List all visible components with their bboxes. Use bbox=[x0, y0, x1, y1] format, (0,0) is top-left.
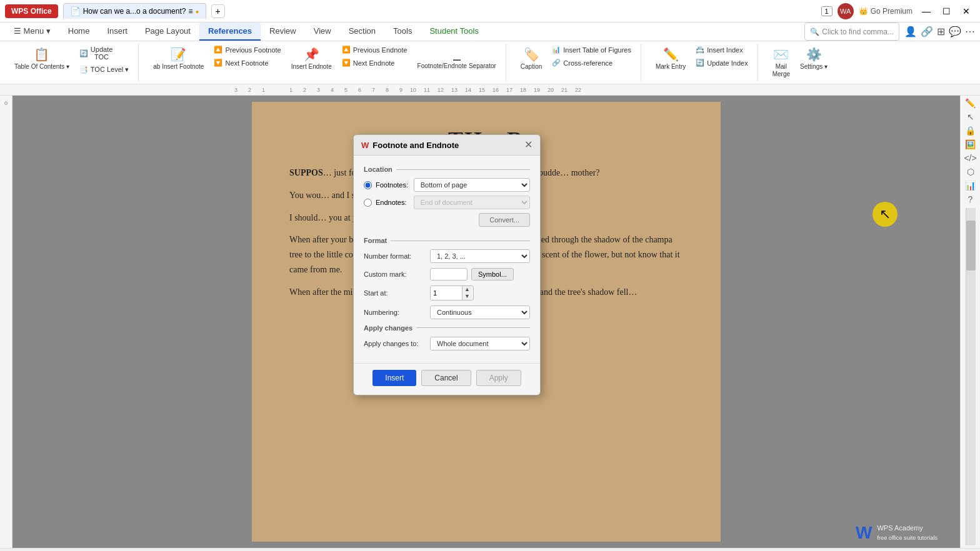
wps-academy-badge: W WPS Academyfree office suite tutorials bbox=[856, 523, 938, 543]
start-at-spinbox: 1 ▲ ▼ bbox=[430, 285, 474, 300]
tab-view[interactable]: View bbox=[305, 22, 340, 41]
more-icon-btn[interactable]: ⋯ bbox=[965, 26, 975, 37]
cross-reference-button[interactable]: 🔗 Cross-reference bbox=[548, 57, 636, 69]
minimize-button[interactable]: — bbox=[918, 4, 935, 19]
vertical-scrollbar[interactable] bbox=[966, 208, 976, 545]
mark-entry-button[interactable]: ✏️ Mark Entry bbox=[651, 44, 690, 81]
sidebar-chart-button[interactable]: 📊 bbox=[965, 181, 976, 191]
previous-footnote-button[interactable]: 🔼 Previous Footnote bbox=[209, 44, 285, 56]
apply-changes-to-control: Whole document This section bbox=[430, 337, 530, 350]
dialog-title-icon: W bbox=[361, 141, 369, 150]
search-box[interactable]: 🔍 Click to find comma... bbox=[804, 22, 899, 41]
insert-button[interactable]: Insert bbox=[372, 370, 416, 386]
mark-entry-label: Mark Entry bbox=[656, 63, 686, 71]
sidebar-lock-button[interactable]: 🔒 bbox=[965, 126, 976, 136]
wps-logo-button[interactable]: WPS Office bbox=[5, 4, 58, 18]
share-icon-btn[interactable]: 🔗 bbox=[921, 26, 933, 37]
caption-button[interactable]: 🏷️ Caption bbox=[516, 44, 546, 81]
insert-index-button[interactable]: 📇 Insert Index bbox=[691, 44, 752, 56]
start-at-label: Start at: bbox=[364, 289, 426, 297]
sidebar-question-button[interactable]: ? bbox=[968, 194, 973, 204]
tab-references[interactable]: References bbox=[199, 22, 261, 41]
next-footnote-button[interactable]: 🔽 Next Footnote bbox=[209, 57, 285, 69]
table-of-contents-button[interactable]: 📋 Table Of Contents ▾ bbox=[10, 44, 74, 81]
symbol-button[interactable]: Symbol... bbox=[471, 268, 514, 280]
toc-icon: 📋 bbox=[34, 47, 49, 62]
footnote-nav-vstack: 🔼 Previous Footnote 🔽 Next Footnote bbox=[209, 44, 285, 69]
number-format-select[interactable]: 1, 2, 3, ... a, b, c, ... A, B, C, ... i… bbox=[430, 249, 530, 263]
spinbox-up[interactable]: ▲ bbox=[462, 286, 472, 293]
right-sidebar: ✏️ ↖ 🔒 🖼️ </> ⬡ 📊 ? bbox=[960, 96, 980, 548]
wps-academy-text: WPS Academyfree office suite tutorials bbox=[877, 524, 938, 542]
mark-entry-icon: ✏️ bbox=[663, 47, 679, 62]
custom-mark-row: Custom mark: Symbol... bbox=[364, 268, 530, 280]
footnote-position-select[interactable]: Bottom of page Below text bbox=[414, 178, 530, 192]
tab-home[interactable]: Home bbox=[59, 22, 99, 41]
start-at-input[interactable]: 1 bbox=[431, 286, 462, 300]
mail-merge-label: MailMerge bbox=[772, 63, 790, 78]
ruler: 3 2 1 1 2 3 4 5 6 7 8 9 10 11 12 13 14 1… bbox=[0, 84, 980, 96]
apply-changes-to-select[interactable]: Whole document This section bbox=[430, 337, 530, 350]
spinbox-arrows: ▲ ▼ bbox=[462, 286, 472, 300]
numbering-label: Numbering: bbox=[364, 309, 426, 316]
dialog-title-text: Footnote and Endnote bbox=[372, 141, 521, 150]
toc-label: Table Of Contents ▾ bbox=[14, 63, 69, 71]
document-tab[interactable]: 📄 How can we a...o a document? ≡ ● bbox=[63, 3, 206, 19]
previous-endnote-button[interactable]: 🔼 Previous Endnote bbox=[338, 44, 412, 56]
cancel-button[interactable]: Cancel bbox=[421, 370, 471, 386]
location-section-label: Location bbox=[364, 166, 530, 173]
tab-insert[interactable]: Insert bbox=[98, 22, 136, 41]
add-tab-button[interactable]: + bbox=[211, 4, 225, 18]
dialog-close-button[interactable]: ✕ bbox=[524, 140, 532, 150]
tab-menu[interactable]: ☰ Menu ▾ bbox=[5, 22, 59, 41]
insert-endnote-button[interactable]: 📌 Insert Endnote bbox=[287, 44, 336, 81]
insert-index-icon: 📇 bbox=[696, 46, 704, 54]
layout-icon-btn[interactable]: ⊞ bbox=[937, 26, 945, 37]
maximize-button[interactable]: ☐ bbox=[938, 4, 955, 19]
settings-button[interactable]: ⚙️ Settings ▾ bbox=[796, 44, 832, 81]
close-button[interactable]: ✕ bbox=[958, 4, 975, 19]
numbering-select[interactable]: Continuous Restart each section Restart … bbox=[430, 305, 530, 319]
update-index-button[interactable]: 🔄 Update Index bbox=[691, 57, 752, 69]
endnotes-radio[interactable] bbox=[364, 199, 372, 207]
user-icon-btn[interactable]: 👤 bbox=[904, 26, 917, 37]
format-section-label: Format bbox=[364, 237, 530, 244]
tab-tools[interactable]: Tools bbox=[384, 22, 421, 41]
endnote-position-select[interactable]: End of document End of section bbox=[414, 196, 530, 209]
tab-section[interactable]: Section bbox=[340, 22, 384, 41]
convert-button[interactable]: Convert... bbox=[479, 213, 530, 227]
spinbox-down[interactable]: ▼ bbox=[462, 293, 472, 300]
mail-merge-button[interactable]: ✉️ MailMerge bbox=[768, 44, 794, 81]
sidebar-shape-button[interactable]: ⬡ bbox=[967, 167, 974, 177]
separator-label: Footnote/Endnote Separator bbox=[418, 62, 496, 70]
sidebar-image-button[interactable]: 🖼️ bbox=[965, 139, 976, 149]
scrollbar-thumb bbox=[966, 221, 976, 271]
start-at-row: Start at: 1 ▲ ▼ bbox=[364, 285, 530, 300]
footnotes-radio[interactable] bbox=[364, 181, 372, 189]
left-sidebar-icon: ⚙ bbox=[4, 101, 8, 106]
custom-mark-input[interactable] bbox=[430, 268, 468, 280]
tab-student-tools[interactable]: Student Tools bbox=[421, 22, 488, 41]
next-endnote-button[interactable]: 🔽 Next Endnote bbox=[338, 57, 412, 69]
toc-level-button[interactable]: 📑 TOC Level ▾ bbox=[75, 64, 133, 76]
status-bar: Page: 1/2 Words: 231 ✖ Spell Check › 📄 ≡… bbox=[0, 548, 980, 551]
insert-footnote-button[interactable]: 📝 ab Insert Footnote bbox=[149, 44, 208, 81]
sidebar-code-button[interactable]: </> bbox=[964, 153, 976, 163]
tab-menu-icon: ≡ bbox=[188, 7, 192, 16]
tab-page-layout[interactable]: Page Layout bbox=[136, 22, 199, 41]
footnote-endnote-separator-button[interactable]: ⎯ Footnote/Endnote Separator bbox=[413, 44, 501, 81]
tab-review[interactable]: Review bbox=[261, 22, 305, 41]
insert-table-of-figures-button[interactable]: 📊 Insert Table of Figures bbox=[548, 44, 636, 56]
apply-button[interactable]: Apply bbox=[476, 370, 521, 386]
account-button[interactable]: WA bbox=[838, 3, 854, 19]
update-toc-button[interactable]: 🔄 Update TOC bbox=[75, 44, 133, 62]
sidebar-cursor-button[interactable]: ↖ bbox=[967, 112, 974, 122]
sidebar-pen-button[interactable]: ✏️ bbox=[965, 98, 976, 108]
ribbon-tools-bar: 📋 Table Of Contents ▾ 🔄 Update TOC 📑 TOC… bbox=[0, 41, 980, 84]
chat-icon-btn[interactable]: 💬 bbox=[949, 26, 961, 37]
premium-button[interactable]: 👑 Go Premium bbox=[859, 7, 912, 16]
toc-vstack: 🔄 Update TOC 📑 TOC Level ▾ bbox=[75, 44, 133, 76]
tab-title: How can we a...o a document? bbox=[83, 7, 186, 16]
right-toolbar: 👤 🔗 ⊞ 💬 ⋯ bbox=[904, 22, 975, 41]
caption-icon: 🏷️ bbox=[524, 47, 539, 62]
